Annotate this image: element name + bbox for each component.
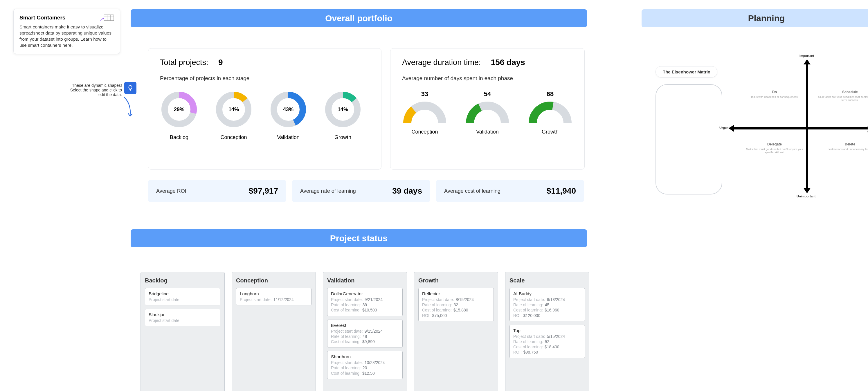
project-name: Longhorn [240, 291, 308, 296]
duration-label: Average duration time: [402, 58, 481, 67]
axis-label-important: Important [800, 54, 814, 58]
container-icon [104, 14, 114, 21]
status-column-validation[interactable]: Validation DollarGenerator Project start… [323, 272, 407, 391]
blank-card[interactable] [655, 84, 722, 194]
project-name: AI Buddy [513, 291, 581, 296]
overall-portfolio-header: Overall portfolio [131, 9, 587, 27]
project-name: Top [513, 328, 581, 333]
metric-cost[interactable]: Average cost of learning $11,940 [436, 180, 584, 202]
metric-rate-value: 39 days [392, 186, 422, 196]
total-projects-panel[interactable]: Total projects: 9 Percentage of projects… [148, 48, 381, 170]
project-card[interactable]: DollarGenerator Project start date:9/21/… [327, 288, 403, 316]
donut-percent: 43% [269, 90, 307, 128]
duration-value: 156 days [491, 58, 525, 67]
axis-horizontal [733, 127, 868, 129]
svg-rect-0 [104, 15, 114, 21]
status-column-backlog[interactable]: Backlog Bridgeline Project start date: S… [141, 272, 225, 391]
gauge-conception[interactable]: 33 Conception [402, 90, 447, 135]
eisenhower-title: The Eisenhower Matrix [655, 66, 717, 78]
column-title: Validation [327, 277, 403, 284]
metric-roi[interactable]: Average ROI $97,917 [148, 180, 286, 202]
duration-sub: Average number of days spent in each pha… [402, 75, 573, 82]
donut-name: Growth [324, 134, 362, 141]
quad-do: DoTasks with deadlines or consequences. [743, 90, 806, 98]
arrowhead-icon [804, 188, 810, 193]
metric-rate[interactable]: Average rate of learning 39 days [292, 180, 430, 202]
donut-name: Validation [269, 134, 307, 141]
project-card[interactable]: Bridgeline Project start date: [145, 288, 220, 305]
column-title: Conception [236, 277, 311, 284]
column-title: Backlog [145, 277, 220, 284]
donut-name: Backlog [160, 134, 198, 141]
gauge-growth[interactable]: 68 Growth [527, 90, 573, 135]
project-card[interactable]: AI Buddy Project start date:6/13/2024Rat… [509, 288, 585, 321]
quad-delete: Deletedestractions and unnecessary tasks… [818, 142, 868, 151]
metric-rate-label: Average rate of learning [300, 188, 356, 194]
project-name: Shorthorn [331, 354, 399, 359]
curved-arrow-icon [121, 96, 136, 122]
project-name: DollarGenerator [331, 291, 399, 296]
project-name: Everest [331, 323, 399, 328]
gauge-name: Conception [402, 129, 447, 135]
total-projects-value: 9 [218, 58, 223, 67]
status-column-conception[interactable]: Conception Longhorn Project start date:1… [232, 272, 316, 391]
project-card[interactable]: Reflector Project start date:8/15/2024Ra… [418, 288, 494, 321]
status-column-scale[interactable]: Scale AI Buddy Project start date:6/13/2… [505, 272, 589, 391]
smart-containers-tooltip: Smart Containers Smart containers make i… [13, 9, 120, 54]
project-card[interactable]: Everest Project start date:9/15/2024Rate… [327, 320, 403, 348]
quad-schedule: ScheduleClub tasks are your deadlines th… [818, 90, 868, 102]
tooltip-body: Smart containers make it easy to visuali… [20, 24, 114, 49]
arrowhead-icon [804, 59, 810, 64]
column-title: Scale [509, 277, 585, 284]
donut-conception[interactable]: 14% Conception [215, 90, 253, 141]
metric-cost-label: Average cost of learning [444, 188, 500, 194]
hint-text: These are dynamic shapes! Select the sha… [67, 83, 122, 97]
quad-delegate: DelegateTasks that must get done but don… [743, 142, 806, 154]
gauge-name: Growth [527, 129, 573, 135]
gauge-value: 68 [527, 90, 573, 98]
axis-vertical [806, 64, 808, 189]
duration-panel[interactable]: Average duration time: 156 days Average … [390, 48, 585, 170]
donut-percent: 14% [324, 90, 362, 128]
project-status-header: Project status [131, 229, 587, 247]
stage-percentage-label: Percentage of projects in each stage [160, 75, 370, 82]
gauge-name: Validation [465, 129, 510, 135]
metric-roi-value: $97,917 [249, 186, 278, 196]
axis-label-noturgent: Not urgent [867, 126, 868, 133]
tooltip-title: Smart Containers [20, 14, 65, 21]
gauge-value: 54 [465, 90, 510, 98]
column-title: Growth [418, 277, 494, 284]
donut-name: Conception [215, 134, 253, 141]
project-card[interactable]: Shorthorn Project start date:10/28/2024R… [327, 351, 403, 379]
donut-growth[interactable]: 14% Growth [324, 90, 362, 141]
hint-cluster: These are dynamic shapes! Select the sha… [67, 83, 133, 97]
donut-percent: 14% [215, 90, 253, 128]
gauge-value: 33 [402, 90, 447, 98]
project-card[interactable]: Slackjar Project start date: [145, 309, 220, 326]
donut-percent: 29% [160, 90, 198, 128]
project-card[interactable]: Top Project start date:5/15/2024Rate of … [509, 325, 585, 358]
metric-cost-value: $11,940 [547, 186, 576, 196]
status-column-growth[interactable]: Growth Reflector Project start date:8/15… [414, 272, 498, 391]
gauge-validation[interactable]: 54 Validation [465, 90, 510, 135]
project-name: Bridgeline [149, 291, 217, 296]
planning-header: Planning [642, 9, 868, 27]
donut-backlog[interactable]: 29% Backlog [160, 90, 198, 141]
donut-validation[interactable]: 43% Validation [269, 90, 307, 141]
project-name: Reflector [422, 291, 490, 296]
lightbulb-icon[interactable] [124, 82, 136, 94]
metric-roi-label: Average ROI [156, 188, 186, 194]
axis-label-unimportant: Unimportant [797, 194, 815, 198]
total-projects-label: Total projects: [160, 58, 209, 67]
eisenhower-matrix[interactable]: The Eisenhower Matrix Important Unimport… [655, 61, 868, 206]
project-name: Slackjar [149, 312, 217, 317]
project-card[interactable]: Longhorn Project start date:11/12/2024 [236, 288, 311, 305]
axis-label-urgent: Urgent [719, 126, 730, 129]
